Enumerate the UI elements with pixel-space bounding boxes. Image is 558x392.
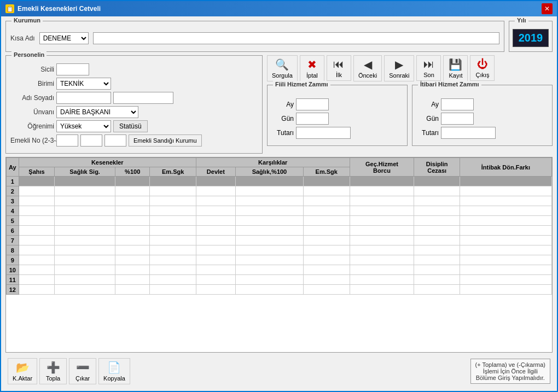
emekli-no-input2[interactable]	[80, 134, 102, 147]
table-cell[interactable]	[350, 216, 414, 226]
table-cell[interactable]	[19, 265, 55, 275]
table-cell[interactable]	[196, 196, 235, 206]
emekli-no-input1[interactable]	[56, 134, 78, 147]
fiili-ay-input[interactable]: 0	[296, 98, 329, 110]
table-row[interactable]: 11	[7, 275, 552, 285]
table-cell[interactable]	[304, 255, 350, 265]
table-cell[interactable]	[235, 186, 303, 196]
table-cell[interactable]	[150, 236, 196, 245]
table-cell[interactable]	[460, 186, 551, 196]
table-cell[interactable]	[414, 177, 460, 186]
table-cell[interactable]	[304, 275, 350, 285]
table-cell[interactable]	[196, 255, 235, 265]
table-cell[interactable]	[304, 206, 350, 216]
table-cell[interactable]	[55, 275, 115, 285]
table-cell[interactable]	[235, 285, 303, 295]
table-cell[interactable]	[55, 177, 115, 186]
kisa-adi-select[interactable]: DENEME	[39, 32, 89, 44]
table-row[interactable]: 5	[7, 216, 552, 226]
table-cell[interactable]	[350, 245, 414, 255]
table-cell[interactable]	[196, 236, 235, 245]
onceki-button[interactable]: ◀ Önceki	[353, 55, 382, 81]
table-cell[interactable]	[414, 206, 460, 216]
fiili-gun-input[interactable]: 0	[296, 113, 329, 125]
table-cell[interactable]	[304, 216, 350, 226]
table-cell[interactable]	[55, 265, 115, 275]
table-cell[interactable]	[414, 255, 460, 265]
table-cell[interactable]	[304, 226, 350, 236]
table-cell[interactable]	[196, 177, 235, 186]
table-cell[interactable]	[460, 196, 551, 206]
table-cell[interactable]	[115, 216, 150, 226]
table-cell[interactable]	[115, 206, 150, 216]
table-cell[interactable]	[19, 196, 55, 206]
table-cell[interactable]	[150, 265, 196, 275]
itibari-tutar-input[interactable]	[441, 127, 496, 139]
table-row[interactable]: 6	[7, 226, 552, 236]
table-cell[interactable]	[150, 186, 196, 196]
table-cell[interactable]	[460, 275, 551, 285]
table-cell[interactable]	[19, 255, 55, 265]
table-cell[interactable]	[19, 226, 55, 236]
table-cell[interactable]	[350, 186, 414, 196]
table-cell[interactable]	[150, 216, 196, 226]
kayit-button[interactable]: 💾 Kayıt	[443, 55, 468, 81]
table-cell[interactable]	[414, 265, 460, 275]
table-cell[interactable]	[196, 275, 235, 285]
table-cell[interactable]	[460, 255, 551, 265]
table-cell[interactable]	[19, 285, 55, 295]
table-cell[interactable]	[196, 226, 235, 236]
topla-button[interactable]: ➕ Topla	[39, 358, 67, 384]
table-row[interactable]: 4	[7, 206, 552, 216]
ogrenimi-select[interactable]: Yüksek	[56, 120, 111, 132]
table-row[interactable]: 3	[7, 196, 552, 206]
table-cell[interactable]	[150, 245, 196, 255]
table-cell[interactable]	[350, 255, 414, 265]
kopyala-button[interactable]: 📄 Kopyala	[98, 358, 130, 384]
table-cell[interactable]	[150, 206, 196, 216]
table-cell[interactable]	[115, 236, 150, 245]
table-cell[interactable]	[460, 265, 551, 275]
table-cell[interactable]	[115, 186, 150, 196]
table-cell[interactable]	[414, 186, 460, 196]
table-cell[interactable]	[115, 265, 150, 275]
close-button[interactable]: ✕	[542, 3, 553, 14]
son-button[interactable]: ⏭ Son	[416, 55, 441, 81]
table-cell[interactable]	[55, 196, 115, 206]
statusu-button[interactable]: Statüsü	[113, 120, 148, 132]
table-cell[interactable]	[150, 285, 196, 295]
table-cell[interactable]	[55, 255, 115, 265]
table-row[interactable]: 9	[7, 255, 552, 265]
table-cell[interactable]	[414, 216, 460, 226]
table-cell[interactable]	[460, 177, 551, 186]
table-cell[interactable]	[235, 206, 303, 216]
sicil-input[interactable]: 1	[56, 63, 89, 75]
table-row[interactable]: 2	[7, 186, 552, 196]
itibari-ay-input[interactable]: 0	[441, 98, 474, 110]
table-cell[interactable]	[304, 186, 350, 196]
table-row[interactable]: 7	[7, 236, 552, 245]
table-cell[interactable]	[304, 196, 350, 206]
table-cell[interactable]	[350, 285, 414, 295]
table-cell[interactable]	[350, 206, 414, 216]
table-cell[interactable]	[235, 177, 303, 186]
emekli-no-input3[interactable]	[104, 134, 126, 147]
table-cell[interactable]	[19, 186, 55, 196]
cikis-button[interactable]: ⏻ Çıkış	[470, 55, 495, 81]
table-cell[interactable]	[55, 206, 115, 216]
table-cell[interactable]	[55, 245, 115, 255]
table-cell[interactable]	[55, 216, 115, 226]
itibari-gun-input[interactable]: 0	[441, 113, 474, 125]
table-cell[interactable]	[150, 226, 196, 236]
adi-input[interactable]: MEHMET	[56, 92, 111, 104]
table-cell[interactable]	[19, 177, 55, 186]
k-aktar-button[interactable]: 📂 K.Aktar	[8, 358, 37, 384]
fiili-tutar-input[interactable]	[296, 127, 351, 139]
table-cell[interactable]	[235, 275, 303, 285]
emekli-sandigi-button[interactable]: Emekli Sandığı Kurumu	[129, 134, 202, 147]
table-cell[interactable]	[414, 226, 460, 236]
table-row[interactable]: 12	[7, 285, 552, 295]
ilk-button[interactable]: ⏮ İlk	[327, 55, 351, 81]
table-cell[interactable]	[304, 245, 350, 255]
sonraki-button[interactable]: ▶ Sonraki	[384, 55, 414, 81]
